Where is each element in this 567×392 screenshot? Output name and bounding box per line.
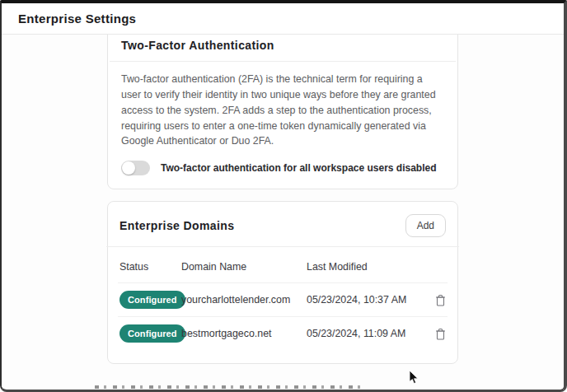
trash-icon (435, 296, 446, 309)
settings-content: Two-Factor Authentication Two-factor aut… (2, 35, 564, 389)
domains-card-header: Enterprise Domains Add (118, 212, 448, 237)
two-factor-toggle-row: Two-factor authentication for all worksp… (121, 161, 444, 175)
column-header-domain-name: Domain Name (181, 261, 307, 273)
two-factor-toggle[interactable] (121, 161, 150, 175)
divider (110, 61, 456, 62)
two-factor-description: Two-factor authentication (2FA) is the t… (121, 72, 444, 149)
last-modified-cell: 05/23/2024, 11:09 AM (307, 328, 431, 339)
domains-table-header-row: Status Domain Name Last Modified (118, 256, 448, 282)
clipped-bottom-text (95, 385, 360, 389)
column-header-last-modified: Last Modified (307, 261, 431, 273)
app-window: Enterprise Settings Two-Factor Authentic… (0, 0, 567, 392)
status-badge: Configured (119, 324, 185, 343)
domains-card-title: Enterprise Domains (119, 219, 234, 232)
cards-column: Two-Factor Authentication Two-factor aut… (107, 35, 458, 364)
status-badge: Configured (119, 291, 185, 309)
enterprise-domains-card: Enterprise Domains Add Status Domain Nam… (107, 201, 458, 364)
column-header-status: Status (119, 261, 181, 273)
page-title: Enterprise Settings (18, 12, 136, 26)
toggle-knob (122, 161, 135, 175)
domains-table: Status Domain Name Last Modified Configu… (118, 256, 448, 350)
delete-domain-button[interactable] (435, 328, 446, 340)
add-domain-button[interactable]: Add (405, 214, 446, 237)
divider (106, 246, 459, 247)
table-row: Configured bestmortgageco.net 05/23/2024… (118, 316, 448, 350)
two-factor-card-title: Two-Factor Authentication (121, 39, 444, 52)
last-modified-cell: 05/23/2024, 10:37 AM (307, 294, 431, 306)
app-header: Enterprise Settings (2, 3, 564, 35)
two-factor-toggle-label: Two-factor authentication for all worksp… (161, 162, 437, 174)
domain-name-cell: yourcharlottelender.com (181, 294, 307, 306)
delete-domain-button[interactable] (435, 294, 446, 306)
trash-icon (435, 330, 446, 343)
domain-name-cell: bestmortgageco.net (181, 328, 307, 339)
two-factor-card: Two-Factor Authentication Two-factor aut… (107, 35, 458, 189)
table-row: Configured yourcharlottelender.com 05/23… (118, 282, 448, 316)
